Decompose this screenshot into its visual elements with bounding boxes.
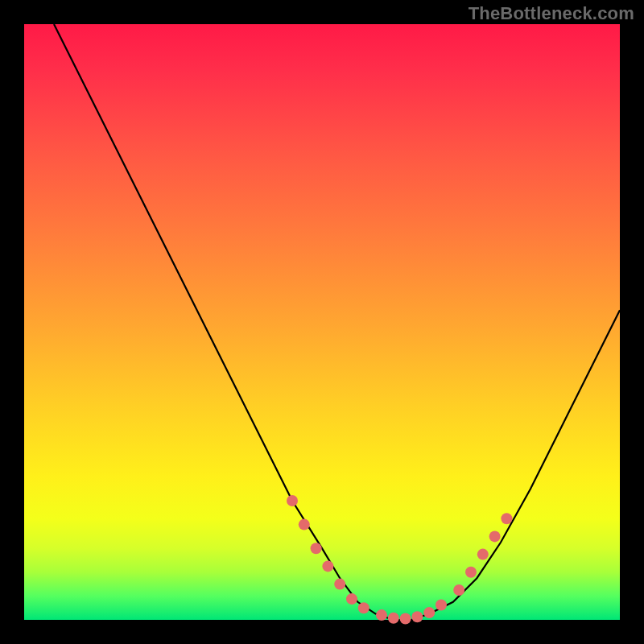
chart-frame: TheBottleneck.com — [0, 0, 644, 644]
curve-marker — [501, 513, 512, 524]
curve-marker — [346, 593, 357, 605]
plot-area — [24, 24, 620, 620]
curve-marker — [423, 607, 435, 618]
curve-marker — [334, 579, 345, 590]
curve-marker — [388, 613, 399, 624]
curve-marker — [311, 543, 322, 554]
curve-marker — [477, 549, 489, 560]
curve-marker — [287, 495, 298, 506]
bottleneck-curve — [24, 24, 620, 620]
watermark-text: TheBottleneck.com — [469, 3, 634, 24]
curve-marker — [376, 609, 387, 621]
curve-marker — [465, 567, 477, 578]
curve-marker — [489, 530, 501, 542]
curve-marker — [322, 560, 333, 572]
curve-marker — [299, 519, 310, 530]
curve-path — [54, 24, 620, 620]
curve-marker — [400, 613, 411, 625]
curve-marker — [411, 611, 423, 622]
curve-marker — [453, 584, 464, 596]
curve-markers — [287, 495, 512, 625]
curve-marker — [436, 600, 447, 611]
curve-marker — [358, 602, 369, 613]
